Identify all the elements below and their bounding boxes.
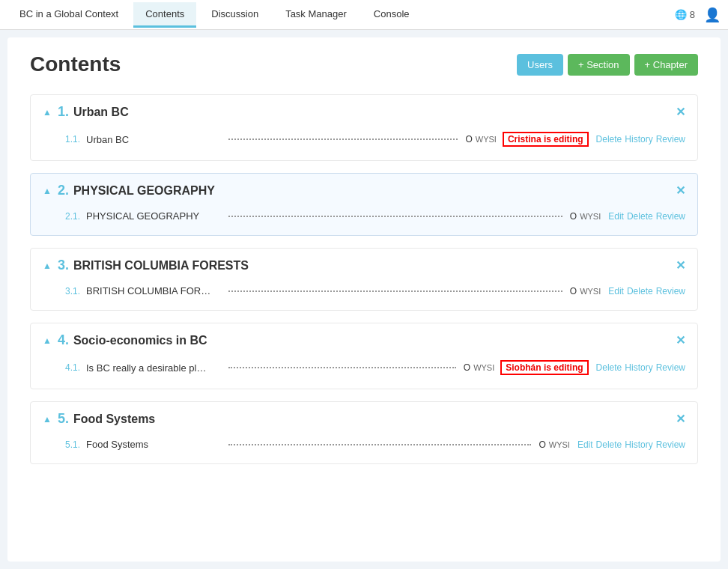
circle-icon: O (539, 439, 545, 450)
section-action-links: EditDeleteReview (608, 286, 685, 296)
section-title: Urban BC (86, 134, 221, 145)
add-section-button[interactable]: + Section (568, 54, 630, 76)
user-icon[interactable]: 👤 (704, 7, 721, 23)
section-number: 4.1. (65, 362, 86, 373)
action-delete-link[interactable]: Delete (627, 211, 653, 222)
action-delete-link[interactable]: Delete (627, 286, 653, 296)
section-icons: OWYSICristina is editingDeleteHistoryRev… (465, 132, 685, 147)
section-row: 2.1.PHYSICAL GEOGRAPHYOWYSIEditDeleteRev… (43, 206, 685, 226)
action-delete-link[interactable]: Delete (596, 439, 622, 450)
section-row: 4.1.Is BC really a desirable pl…OWYSISio… (43, 356, 685, 380)
section-number: 1.1. (65, 134, 86, 144)
chapter-block-ch1: ▲1.Urban BC✕1.1.Urban BCOWYSICristina is… (30, 94, 698, 161)
action-edit-link[interactable]: Edit (608, 286, 624, 296)
nav-tab-task-manager[interactable]: Task Manager (273, 2, 359, 28)
section-icons: OWYSIEditDeleteReview (570, 211, 685, 222)
chapter-close-icon[interactable]: ✕ (676, 333, 685, 347)
section-icons: OWYSIEditDeleteReview (570, 286, 685, 296)
action-delete-link[interactable]: Delete (596, 134, 622, 144)
section-row: 1.1.Urban BCOWYSICristina is editingDele… (43, 127, 685, 151)
nav-right-controls: 🌐 8 👤 (675, 7, 721, 23)
action-review-link[interactable]: Review (656, 134, 685, 144)
section-number: 3.1. (65, 286, 86, 296)
chapter-up-arrow-icon[interactable]: ▲ (43, 261, 52, 271)
wysi-icon: WYSI (473, 363, 494, 372)
section-title: BRITISH COLUMBIA FOR… (86, 285, 221, 296)
globe-count[interactable]: 🌐 8 (675, 9, 695, 20)
action-history-link[interactable]: History (625, 439, 652, 450)
chapter-number: 5. (58, 411, 69, 427)
chapter-close-icon[interactable]: ✕ (676, 258, 685, 273)
chapter-title: Food Systems (73, 413, 676, 426)
nav-tab-console[interactable]: Console (362, 2, 422, 28)
action-review-link[interactable]: Review (656, 286, 685, 296)
section-title: Food Systems (86, 439, 221, 450)
section-dots-divider (228, 290, 562, 292)
action-history-link[interactable]: History (625, 362, 652, 373)
section-action-links: EditDeleteReview (608, 211, 685, 222)
action-history-link[interactable]: History (625, 134, 652, 144)
section-dots-divider (228, 444, 531, 445)
chapter-header-ch3: ▲3.BRITISH COLUMBIA FORESTS✕ (43, 258, 685, 273)
section-row: 5.1.Food SystemsOWYSIEditDeleteHistoryRe… (43, 434, 685, 454)
nav-tab-discussion[interactable]: Discussion (199, 2, 270, 28)
chapter-title: Socio-economics in BC (73, 334, 676, 347)
chapter-block-ch2: ▲2.PHYSICAL GEOGRAPHY✕2.1.PHYSICAL GEOGR… (30, 173, 698, 236)
page-title: Contents (30, 52, 517, 76)
nav-tab-bc-global[interactable]: BC in a Global Context (7, 2, 130, 28)
main-content: Contents Users + Section + Chapter ▲1.Ur… (7, 37, 721, 562)
chapter-header-ch2: ▲2.PHYSICAL GEOGRAPHY✕ (43, 183, 685, 198)
editing-badge: Siobhán is editing (500, 360, 588, 375)
section-action-links: DeleteHistoryReview (596, 134, 685, 144)
circle-icon: O (570, 286, 577, 296)
wysi-icon: WYSI (580, 212, 601, 221)
chapter-number: 3. (58, 258, 69, 273)
section-icons: OWYSISiobhán is editingDeleteHistoryRevi… (464, 360, 685, 375)
add-chapter-button[interactable]: + Chapter (634, 54, 698, 76)
action-review-link[interactable]: Review (656, 211, 685, 222)
section-number: 5.1. (65, 439, 86, 450)
section-dots-divider (228, 367, 456, 368)
wysi-icon: WYSI (476, 135, 497, 144)
action-edit-link[interactable]: Edit (577, 439, 593, 450)
section-row: 3.1.BRITISH COLUMBIA FOR…OWYSIEditDelete… (43, 281, 685, 301)
section-title: Is BC really a desirable pl… (86, 362, 221, 374)
chapter-up-arrow-icon[interactable]: ▲ (43, 335, 52, 346)
section-dots-divider (228, 139, 458, 140)
top-navigation: BC in a Global Context Contents Discussi… (0, 0, 728, 30)
section-number: 2.1. (65, 211, 86, 222)
content-header: Contents Users + Section + Chapter (30, 52, 698, 76)
section-title: PHYSICAL GEOGRAPHY (86, 210, 221, 222)
chapter-close-icon[interactable]: ✕ (676, 412, 685, 426)
chapter-block-ch4: ▲4.Socio-economics in BC✕4.1.Is BC reall… (30, 323, 698, 389)
action-delete-link[interactable]: Delete (596, 362, 622, 373)
nav-tab-contents[interactable]: Contents (133, 2, 196, 28)
chapter-number: 4. (58, 332, 69, 348)
chapter-number: 2. (58, 183, 69, 198)
chapter-close-icon[interactable]: ✕ (676, 105, 685, 119)
chapter-header-ch1: ▲1.Urban BC✕ (43, 104, 685, 120)
chapter-title: BRITISH COLUMBIA FORESTS (73, 259, 676, 273)
users-button[interactable]: Users (517, 54, 563, 76)
chapter-number: 1. (58, 104, 69, 120)
action-edit-link[interactable]: Edit (608, 211, 624, 222)
globe-icon: 🌐 (675, 9, 687, 20)
chapter-up-arrow-icon[interactable]: ▲ (43, 186, 52, 196)
chapter-block-ch3: ▲3.BRITISH COLUMBIA FORESTS✕3.1.BRITISH … (30, 248, 698, 311)
chapter-title: PHYSICAL GEOGRAPHY (73, 184, 676, 198)
chapter-header-ch4: ▲4.Socio-economics in BC✕ (43, 332, 685, 348)
section-action-links: EditDeleteHistoryReview (577, 439, 685, 450)
chapter-up-arrow-icon[interactable]: ▲ (43, 107, 52, 118)
action-review-link[interactable]: Review (656, 439, 685, 450)
section-action-links: DeleteHistoryReview (596, 362, 685, 373)
chapter-up-arrow-icon[interactable]: ▲ (43, 414, 52, 425)
chapters-list: ▲1.Urban BC✕1.1.Urban BCOWYSICristina is… (30, 94, 698, 464)
action-review-link[interactable]: Review (656, 362, 685, 373)
circle-icon: O (465, 134, 472, 144)
wysi-icon: WYSI (549, 440, 570, 449)
section-dots-divider (228, 216, 562, 217)
chapter-close-icon[interactable]: ✕ (676, 183, 685, 198)
chapter-header-ch5: ▲5.Food Systems✕ (43, 411, 685, 427)
circle-icon: O (464, 362, 470, 373)
section-icons: OWYSIEditDeleteHistoryReview (539, 439, 685, 450)
